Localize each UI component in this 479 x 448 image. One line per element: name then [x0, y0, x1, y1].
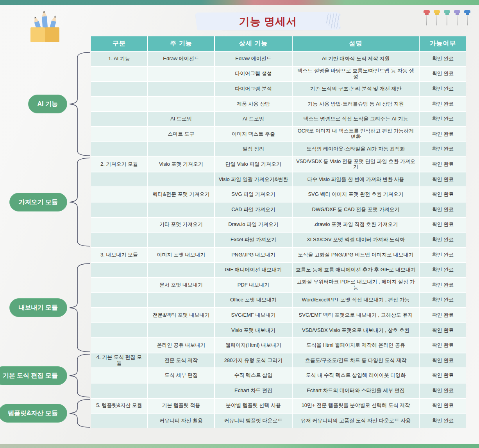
cell-status: 확인 완료 — [420, 383, 466, 398]
cell-category — [91, 172, 147, 187]
group-brace — [70, 158, 90, 246]
cell-main: 전문 도식 제작 — [148, 353, 214, 368]
cell-desc: 도식의 레이아웃·스타일을 AI가 자동 최적화 — [293, 142, 419, 157]
cell-category — [91, 82, 147, 96]
cell-desc: 다수 Visio 파일을 한 번에 가져와 변환 사용 — [293, 172, 419, 187]
cell-main: 문서 포맷 내보내기 — [148, 278, 214, 292]
cell-category — [91, 338, 147, 353]
cell-main — [148, 97, 214, 111]
cell-main: AI 드로잉 — [148, 112, 214, 126]
cell-main: 스마트 도구 — [148, 127, 214, 142]
cell-desc: .drawio 포맷 파일 직접 호환 가져오기 — [293, 218, 419, 232]
cell-status: 확인 완료 — [420, 202, 466, 217]
cell-status: 확인 완료 — [420, 52, 466, 66]
cell-status: 확인 완료 — [420, 293, 466, 308]
cell-category — [91, 278, 147, 292]
cell-detail: Office 포맷 내보내기 — [215, 293, 292, 308]
table-row: CAD 파일 가져오기DWG/DXF 등 CAD 전용 포맷 가져오기확인 완료 — [91, 202, 466, 217]
cell-desc: 도식을 고화질 PNG/JPG 비트맵 이미지로 내보내기 — [293, 248, 419, 262]
cell-status: 확인 완료 — [420, 187, 466, 202]
cell-detail: 분야별 템플릿 선택 사용 — [215, 399, 292, 413]
group-brace — [70, 354, 90, 397]
table-row: 2. 가져오기 모듈Visio 포맷 가져오기단일 Visio 파일 가져오기V… — [91, 157, 466, 172]
cell-category — [91, 202, 147, 217]
cell-main: 기타 포맷 가져오기 — [148, 218, 214, 232]
column-header: 상세 기능 — [215, 36, 292, 51]
cell-desc: SVG/EMF 벡터 포맷으로 내보내기 , 고해상도 유지 — [293, 308, 419, 323]
cell-detail: 제품 사용 상담 — [215, 97, 292, 111]
cell-category — [91, 263, 147, 277]
cell-desc: OCR로 이미지 내 텍스트를 인식하고 편집 가능하게 변환 — [293, 127, 419, 142]
cell-status: 확인 완료 — [420, 323, 466, 338]
table-row: 다이어그램 생성텍스트 설명을 바탕으로 흐름도/마인드맵 등 자동 생성확인 … — [91, 67, 466, 81]
table-row: Echart 차트 편집Echart 차트의 데이터와 스타일을 세부 편집확인… — [91, 383, 466, 398]
cell-detail: 이미지 텍스트 추출 — [215, 127, 292, 142]
cell-main — [148, 323, 214, 338]
group-label-pill: 가져오기 모듈 — [9, 193, 67, 211]
title-banner: 기능 명세서 — [195, 12, 341, 31]
cell-detail: 다이어그램 분석 — [215, 82, 292, 96]
cell-detail: Visio 포맷 내보내기 — [215, 323, 292, 338]
cell-desc: Echart 차트의 데이터와 스타일을 세부 편집 — [293, 383, 419, 398]
cell-status: 확인 완료 — [420, 414, 466, 428]
column-header: 주 기능 — [148, 36, 214, 51]
cell-category: 3. 내보내기 모듈 — [91, 248, 147, 262]
cell-detail: PNG/JPG 내보내기 — [215, 248, 292, 262]
column-header: 구분 — [91, 36, 147, 51]
cell-main: 도식 세부 편집 — [148, 368, 214, 383]
cell-category — [91, 323, 147, 338]
cell-desc: XLSX/CSV 포맷 엑셀 데이터 가져와 도식화 — [293, 233, 419, 247]
table-header-row: 구분주 기능상세 기능설명가능여부 — [91, 36, 466, 51]
bottom-decorative-band — [0, 444, 479, 448]
banner-brush-streaks — [322, 13, 340, 29]
feature-spec-table: 구분주 기능상세 기능설명가능여부 1. AI 기능Edraw 에이전트Edra… — [91, 36, 466, 428]
cell-category — [91, 97, 147, 111]
cell-main — [148, 383, 214, 398]
table-row: 일정 정리도식의 레이아웃·스타일을 AI가 자동 최적화확인 완료 — [91, 142, 466, 157]
cell-status: 확인 완료 — [420, 353, 466, 368]
table-row: Office 포맷 내보내기Word/Excel/PPT 포맷 직접 내보내기 … — [91, 293, 466, 308]
cell-desc: 도식을 Html 웹페이지로 제작해 온라인 공유 — [293, 338, 419, 353]
cell-desc: 도식 내 수직 텍스트 삽입해 레이아웃 다양화 — [293, 368, 419, 383]
cell-status: 확인 완료 — [420, 142, 466, 157]
cell-detail: Draw.io 파일 가져오기 — [215, 218, 292, 232]
table-row: 1. AI 기능Edraw 에이전트Edraw 에이전트AI 기반 대화식 도식… — [91, 52, 466, 66]
table-row: 제품 사용 상담기능 사용 방법·트러블슈팅 등 AI 상담 지원확인 완료 — [91, 97, 466, 111]
cell-detail: 웹페이지(Html) 내보내기 — [215, 338, 292, 353]
table-row: 3. 내보내기 모듈이미지 포맷 내보내기PNG/JPG 내보내기도식을 고화질… — [91, 248, 466, 262]
cell-category: 4. 기본 도식 편집 모듈 — [91, 353, 147, 368]
cell-detail: AI 드로잉 — [215, 112, 292, 126]
cell-main: 온라인 공유 내보내기 — [148, 338, 214, 353]
cell-desc: SVG 벡터 이미지 포맷 완전 호환 가져오기 — [293, 187, 419, 202]
cell-category — [91, 308, 147, 323]
cell-main: 전문&벡터 포맷 내보내기 — [148, 308, 214, 323]
cell-status: 확인 완료 — [420, 127, 466, 142]
cell-detail: SVG/EMF 내보내기 — [215, 308, 292, 323]
cell-main: Edraw 에이전트 — [148, 52, 214, 66]
cell-detail: 다이어그램 생성 — [215, 67, 292, 81]
cell-main — [148, 233, 214, 247]
cell-category: 5. 템플릿&자산 모듈 — [91, 399, 147, 413]
cell-desc: DWG/DXF 등 CAD 전용 포맷 가져오기 — [293, 202, 419, 217]
cell-category — [91, 383, 147, 398]
group-label-pill: 기본 도식 편집 모듈 — [0, 366, 67, 385]
cell-status: 확인 완료 — [420, 67, 466, 81]
cell-desc: VSD/VSDX 등 Visio 전용 포맷 단일 파일 호환 가져오기 — [293, 157, 419, 172]
cell-main: 커뮤니티 자산 활용 — [148, 414, 214, 428]
push-pin-icon — [444, 10, 450, 25]
cell-category — [91, 233, 147, 247]
cell-desc: Word/Excel/PPT 포맷 직접 내보내기 , 편집 가능 — [293, 293, 419, 308]
table-row: 커뮤니티 자산 활용커뮤니티 템플릿 다운로드유저 커뮤니티의 고품질 도식 자… — [91, 414, 466, 428]
cell-main: 이미지 포맷 내보내기 — [148, 248, 214, 262]
table-row: 4. 기본 도식 편집 모듈전문 도식 제작280가지 유형 도식 그리기흐름도… — [91, 353, 466, 368]
cell-status: 확인 완료 — [420, 399, 466, 413]
cell-category — [91, 293, 147, 308]
group-label-pill: 내보내기 모듈 — [9, 298, 67, 317]
cell-category — [91, 127, 147, 142]
cell-main: Visio 포맷 가져오기 — [148, 157, 214, 172]
cell-status: 확인 완료 — [420, 157, 466, 172]
cell-category — [91, 112, 147, 126]
cell-status: 확인 완료 — [420, 233, 466, 247]
table-row: 스마트 도구이미지 텍스트 추출OCR로 이미지 내 텍스트를 인식하고 편집 … — [91, 127, 466, 142]
table-row: 전문&벡터 포맷 내보내기SVG/EMF 내보내기SVG/EMF 벡터 포맷으로… — [91, 308, 466, 323]
